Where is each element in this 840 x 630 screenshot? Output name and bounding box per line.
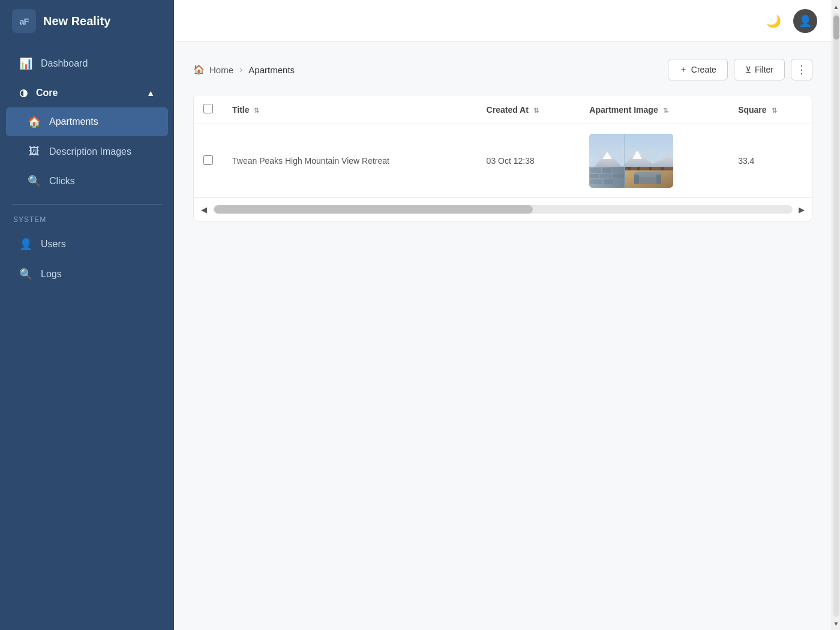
square-column-label: Square — [738, 105, 766, 115]
filter-label: Filter — [755, 65, 773, 74]
filter-button[interactable]: ⊻ Filter — [734, 59, 785, 80]
created-at-sort-icon: ⇅ — [533, 107, 539, 114]
description-images-label: Description Images — [49, 146, 131, 157]
create-icon: ＋ — [679, 64, 688, 75]
data-table-wrapper: Title ⇅ Created At ⇅ Apartment Image ⇅ — [193, 95, 812, 221]
sidebar-header: aF New Reality — [0, 0, 174, 42]
sidebar-nav: 📊 Dashboard ◑ Core ▲ 🏠 Apartments 🖼 Desc… — [0, 42, 174, 630]
row-square-cell: 33.4 — [728, 124, 812, 198]
apartments-label: Apartments — [49, 116, 98, 127]
header-checkbox-cell — [194, 95, 223, 124]
svg-rect-8 — [612, 168, 624, 173]
page-content: 🏠 Home › Apartments ＋ Create ⊻ Filter ⋮ — [174, 42, 832, 630]
main-content: 🌙 👤 🏠 Home › Apartments ＋ Create ⊻ Filte… — [174, 0, 832, 630]
sidebar: aF New Reality 📊 Dashboard ◑ Core ▲ 🏠 Ap… — [0, 0, 174, 630]
vscroll-thumb — [833, 16, 839, 40]
title-column-label: Title — [232, 105, 250, 115]
logs-label: Logs — [41, 269, 62, 280]
svg-rect-7 — [602, 168, 611, 173]
breadcrumb-actions: ＋ Create ⊻ Filter ⋮ — [668, 59, 812, 80]
sidebar-item-description-images[interactable]: 🖼 Description Images — [6, 137, 168, 166]
vscroll-up-button[interactable]: ▲ — [832, 1, 841, 12]
header-square[interactable]: Square ⇅ — [728, 95, 812, 124]
svg-rect-26 — [625, 167, 673, 188]
apartment-image-column-label: Apartment Image — [589, 105, 658, 115]
system-label: SYSTEM — [0, 213, 174, 229]
users-label: Users — [41, 239, 66, 250]
nav-divider — [12, 204, 162, 205]
horizontal-scrollbar: ◀ ▶ — [194, 197, 812, 221]
breadcrumb-separator: › — [239, 64, 242, 75]
apartments-icon: 🏠 — [28, 115, 41, 128]
more-options-button[interactable]: ⋮ — [791, 59, 812, 80]
create-button[interactable]: ＋ Create — [668, 59, 728, 80]
svg-rect-14 — [614, 179, 624, 184]
sidebar-item-dashboard[interactable]: 📊 Dashboard — [6, 49, 168, 78]
row-image-cell — [580, 124, 728, 198]
sidebar-item-users[interactable]: 👤 Users — [6, 230, 168, 259]
user-avatar-button[interactable]: 👤 — [793, 9, 817, 33]
app-title: New Reality — [43, 14, 110, 28]
svg-rect-6 — [590, 168, 601, 173]
apartment-image-svg — [589, 134, 673, 188]
breadcrumb-home[interactable]: 🏠 Home — [193, 64, 233, 75]
breadcrumb-current: Apartments — [248, 65, 295, 75]
row-square: 33.4 — [738, 156, 754, 166]
scroll-right-button[interactable]: ▶ — [795, 203, 808, 216]
header-apartment-image[interactable]: Apartment Image ⇅ — [580, 95, 728, 124]
apartments-table: Title ⇅ Created At ⇅ Apartment Image ⇅ — [194, 95, 812, 197]
table-row: Twean Peaks High Mountain View Retreat 0… — [194, 124, 812, 198]
vertical-scrollbar: ▲ ▼ — [832, 0, 840, 630]
core-icon: ◑ — [19, 87, 28, 98]
clicks-label: Clicks — [49, 176, 75, 187]
clicks-icon: 🔍 — [28, 175, 41, 188]
svg-rect-11 — [613, 174, 624, 178]
sidebar-item-clicks[interactable]: 🔍 Clicks — [6, 167, 168, 196]
dashboard-icon: 📊 — [19, 57, 32, 70]
svg-rect-25 — [624, 134, 625, 188]
select-all-checkbox[interactable] — [203, 104, 213, 113]
sidebar-item-core[interactable]: ◑ Core ▲ — [6, 79, 168, 106]
avatar-icon: 👤 — [799, 14, 812, 28]
row-created-at: 03 Oct 12:38 — [487, 156, 535, 166]
svg-rect-10 — [600, 174, 612, 178]
home-icon: 🏠 — [193, 64, 205, 75]
filter-icon: ⊻ — [745, 65, 751, 74]
scroll-thumb — [214, 205, 533, 214]
created-at-column-label: Created At — [487, 105, 529, 115]
row-title: Twean Peaks High Mountain View Retreat — [232, 156, 389, 166]
svg-rect-13 — [604, 179, 613, 184]
svg-rect-9 — [590, 174, 599, 178]
scroll-track[interactable] — [213, 205, 793, 214]
row-checkbox-cell — [194, 124, 223, 198]
table-header-row: Title ⇅ Created At ⇅ Apartment Image ⇅ — [194, 95, 812, 124]
apartment-image-sort-icon: ⇅ — [663, 107, 668, 114]
svg-rect-12 — [590, 179, 602, 184]
create-label: Create — [691, 65, 716, 74]
row-created-at-cell: 03 Oct 12:38 — [477, 124, 580, 198]
square-sort-icon: ⇅ — [772, 107, 777, 114]
title-sort-icon: ⇅ — [254, 107, 259, 114]
dashboard-label: Dashboard — [41, 58, 88, 69]
row-checkbox[interactable] — [203, 155, 213, 165]
breadcrumb: 🏠 Home › Apartments ＋ Create ⊻ Filter ⋮ — [193, 59, 812, 80]
dark-mode-button[interactable]: 🌙 — [762, 10, 785, 32]
logs-icon: 🔍 — [19, 268, 32, 281]
sidebar-item-logs[interactable]: 🔍 Logs — [6, 260, 168, 289]
header-created-at[interactable]: Created At ⇅ — [477, 95, 580, 124]
header-title[interactable]: Title ⇅ — [223, 95, 477, 124]
logo-icon: aF — [12, 9, 36, 33]
sidebar-item-apartments[interactable]: 🏠 Apartments — [6, 107, 168, 136]
topbar: 🌙 👤 — [174, 0, 832, 42]
chevron-up-icon: ▲ — [146, 88, 155, 98]
scroll-left-button[interactable]: ◀ — [197, 203, 211, 216]
apartment-image — [589, 134, 673, 188]
more-icon: ⋮ — [796, 63, 807, 76]
description-images-icon: 🖼 — [28, 145, 41, 158]
core-label: Core — [36, 88, 58, 98]
vscroll-track[interactable] — [833, 13, 839, 617]
vscroll-down-button[interactable]: ▼ — [832, 618, 841, 629]
row-title-cell: Twean Peaks High Mountain View Retreat — [223, 124, 477, 198]
users-icon: 👤 — [19, 238, 32, 251]
